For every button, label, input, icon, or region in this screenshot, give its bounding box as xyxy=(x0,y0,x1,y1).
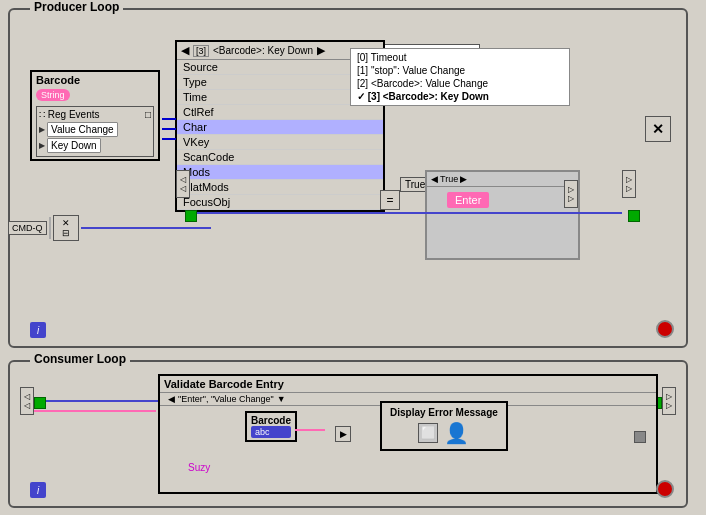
field-vkey: VKey xyxy=(177,135,383,150)
barcode-title: Barcode xyxy=(36,74,154,86)
num-display: [3] xyxy=(193,45,209,57)
event-item-value-change: ▶ Value Change xyxy=(39,122,151,137)
dropdown-item-1[interactable]: [1] "stop": Value Change xyxy=(355,64,565,77)
consumer-sr-right: ▷▷ xyxy=(662,387,676,415)
abc-badge: abc xyxy=(251,426,291,438)
person-icon: 👤 xyxy=(444,421,469,445)
consumer-loop-label: Consumer Loop xyxy=(30,352,130,366)
func-node-cmdq: ✕⊟ xyxy=(53,215,79,241)
sr-left-top: ◁◁ xyxy=(176,170,190,198)
barcode-small-title: Barcode xyxy=(251,415,291,426)
wire-vert-cmdq xyxy=(49,217,51,239)
seq-right-regs: ▷▷ xyxy=(564,180,578,208)
dropdown-item-2[interactable]: [2] <Barcode>: Value Change xyxy=(355,77,565,90)
barcode-small-block: Barcode abc xyxy=(245,411,297,442)
producer-loop: Producer Loop Barcode String ∷ Reg Event… xyxy=(8,8,688,348)
consumer-bool-left xyxy=(34,397,46,409)
field-mods: Mods xyxy=(177,165,383,180)
field-char: Char xyxy=(177,120,383,135)
consumer-pink-wire xyxy=(34,410,156,412)
reg-events-box: ∷ Reg Events □ ▶ Value Change ▶ Key Down xyxy=(36,106,154,157)
cancel-icon: ✕ xyxy=(652,121,664,137)
validate-block: Validate Barcode Entry ◀ "Enter", "Value… xyxy=(158,374,658,494)
wire-h3 xyxy=(162,138,176,140)
event-item-key-down: ▶ Key Down xyxy=(39,138,151,153)
field-platmods: PlatMods xyxy=(177,180,383,195)
right-shift-regs: ▷▷ xyxy=(622,170,636,198)
bool-validate-right xyxy=(634,431,646,443)
barcode-block: Barcode String ∷ Reg Events □ ▶ Value Ch… xyxy=(30,70,160,161)
arrow-icon-1: ▶ xyxy=(39,125,45,134)
wire-h2 xyxy=(162,128,176,130)
suzy-label: Suzy xyxy=(188,462,210,473)
display-error-block: Display Error Message ⬜ 👤 xyxy=(380,401,508,451)
left-shift-regs: ◁◁ xyxy=(176,170,190,198)
display-error-title: Display Error Message xyxy=(390,407,498,418)
sr-right-top: ▷▷ xyxy=(564,180,578,208)
event-dropdown-menu[interactable]: [0] Timeout [1] "stop": Value Change [2]… xyxy=(350,48,570,106)
main-h-wire-producer xyxy=(197,212,622,214)
compare-symbol: = xyxy=(386,193,393,207)
dropdown-item-0[interactable]: [0] Timeout xyxy=(355,51,565,64)
subtitle-right-arrow: ▼ xyxy=(277,394,286,404)
seq-left-arrow: ◀ xyxy=(431,174,438,184)
barcode-wire-out xyxy=(295,429,325,431)
field-focusobj: FocusObj xyxy=(177,195,383,210)
enter-label-seq: Enter xyxy=(447,192,489,208)
producer-loop-label: Producer Loop xyxy=(30,0,123,14)
selector-node: ▶ xyxy=(335,426,351,442)
true-label-seq: True xyxy=(440,174,458,184)
wire-cmdq-to-loop xyxy=(81,227,211,229)
bool-tunnel-right xyxy=(628,210,640,222)
consumer-loop: Consumer Loop ◁◁ ▷▷ Time Delay ⧗ Validat… xyxy=(8,360,688,508)
field-ctlref: CtlRef xyxy=(177,105,383,120)
consumer-sr-left: ◁◁ xyxy=(20,387,34,415)
seq-right-arrow: ▶ xyxy=(460,174,467,184)
value-change-dropdown[interactable]: Value Change xyxy=(47,122,118,137)
sequence-struct: ◀ True ▶ Enter ▷▷ xyxy=(425,170,580,260)
reg-events-label: Reg Events xyxy=(48,109,100,120)
dropdown-item-3[interactable]: ✓ [3] <Barcode>: Key Down xyxy=(355,90,565,103)
sequence-header: ◀ True ▶ xyxy=(427,172,578,187)
struct-right-arrow: ▶ xyxy=(317,44,325,57)
info-badge-producer: i xyxy=(30,322,46,338)
struct-left-arrow: ◀ xyxy=(181,44,189,57)
person-icon-area: ⬜ 👤 xyxy=(390,421,498,445)
compare-node: = xyxy=(380,190,400,210)
stop-button-producer[interactable] xyxy=(656,320,674,338)
cancel-node[interactable]: ✕ xyxy=(645,116,671,142)
true-label: True xyxy=(405,179,425,190)
dialog-icon: ⬜ xyxy=(418,423,438,443)
arrow-icon-2: ▶ xyxy=(39,141,45,150)
reg-events-connector: □ xyxy=(145,109,151,120)
key-down-dropdown[interactable]: Key Down xyxy=(47,138,101,153)
validate-title: Validate Barcode Entry xyxy=(160,376,656,393)
sr-right-main: ▷▷ xyxy=(622,170,636,198)
info-badge-consumer: i xyxy=(30,482,46,498)
field-scancode: ScanCode xyxy=(177,150,383,165)
subtitle-left-arrow: ◀ xyxy=(168,394,175,404)
cmd-q-label: CMD-Q xyxy=(8,221,47,235)
stop-button-consumer[interactable] xyxy=(656,480,674,498)
func-node-icon: ✕⊟ xyxy=(62,218,70,238)
main-canvas: Producer Loop Barcode String ∷ Reg Event… xyxy=(0,0,706,515)
cmd-q-block: CMD-Q ✕⊟ xyxy=(8,215,211,241)
wire-h1 xyxy=(162,118,176,120)
reg-events-icon: ∷ xyxy=(39,109,45,120)
string-badge: String xyxy=(36,89,70,101)
barcode-key-down-label: <Barcode>: Key Down xyxy=(213,45,313,56)
